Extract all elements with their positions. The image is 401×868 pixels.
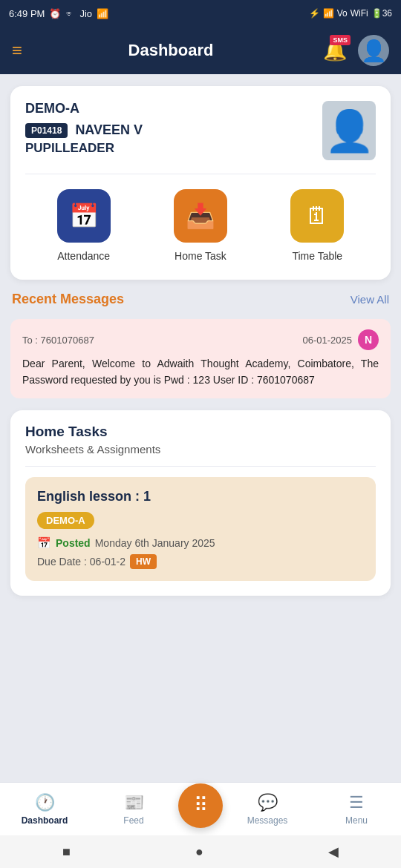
status-time: 6:49 PM (9, 8, 45, 19)
avatar-icon: 👤 (361, 39, 387, 63)
nav-feed[interactable]: 📰 Feed (89, 793, 178, 826)
dashboard-icon: 🕐 (35, 793, 55, 812)
nav-messages[interactable]: 💬 Messages (223, 793, 312, 826)
recent-messages-title: Recent Messages (12, 292, 124, 307)
profile-top: DEMO-A P01418 NAVEEN V PUPILLEADER 👤 (25, 101, 376, 160)
header-title: Dashboard (128, 41, 214, 60)
android-square-button[interactable]: ■ (62, 844, 71, 860)
android-circle-button[interactable]: ● (195, 844, 203, 860)
posted-date: Monday 6th January 2025 (95, 537, 215, 549)
quick-actions: 📅 Attendance 📥 Home Task 🗓 Time Table (25, 189, 376, 262)
message-date-row: 06-01-2025 N (303, 329, 379, 350)
timetable-icon: 🗓 (305, 203, 329, 230)
student-id-badge: P01418 (25, 123, 68, 138)
nav-menu[interactable]: ☰ Menu (312, 793, 401, 826)
student-id-row: P01418 NAVEEN V (25, 122, 322, 138)
messages-icon: 💬 (258, 793, 278, 812)
hometask-label: Home Task (175, 250, 226, 262)
timetable-icon-box: 🗓 (290, 189, 344, 243)
notification-bell-button[interactable]: 🔔 SMS (319, 35, 351, 66)
attendance-action[interactable]: 📅 Attendance (57, 189, 111, 262)
timetable-label: Time Table (292, 250, 342, 262)
user-avatar[interactable]: 👤 (358, 35, 389, 66)
hometasks-title: Home Tasks (25, 424, 376, 440)
alarm-icon: ⏰ (49, 8, 61, 19)
network-icon: 📶 (323, 8, 334, 19)
fab-button[interactable]: ⠿ (178, 783, 223, 828)
due-label: Due Date : 06-01-2 (37, 556, 125, 568)
posted-label: Posted (56, 537, 91, 549)
sim-icon: 📶 (97, 8, 108, 19)
calendar-icon: 📅 (37, 536, 51, 550)
recent-messages-header: Recent Messages View All (10, 292, 391, 307)
profile-divider (25, 174, 376, 174)
homework-title: English lesson : 1 (37, 489, 364, 504)
message-avatar: N (358, 329, 379, 350)
fab-grid-icon: ⠿ (194, 794, 208, 817)
wifi-icon: WiFi (351, 8, 368, 19)
hamburger-button[interactable]: ≡ (12, 40, 22, 61)
message-card-header: To : 7601070687 06-01-2025 N (22, 329, 379, 350)
battery-icon: 🔋36 (371, 8, 392, 19)
view-all-button[interactable]: View All (351, 293, 389, 306)
vowifi-icon: Vo (337, 8, 348, 19)
menu-nav-label: Menu (345, 815, 368, 826)
hometasks-card: Home Tasks Worksheets & Assignments Engl… (10, 410, 391, 596)
header-right: 🔔 SMS 👤 (319, 35, 389, 66)
messages-nav-label: Messages (247, 815, 288, 826)
due-row: Due Date : 06-01-2 HW (37, 554, 364, 569)
homework-item[interactable]: English lesson : 1 DEMO-A 📅 Posted Monda… (25, 477, 376, 581)
student-name: NAVEEN V (75, 122, 143, 138)
message-card: To : 7601070687 06-01-2025 N Dear Parent… (10, 319, 391, 398)
hometask-icon-box: 📥 (174, 189, 227, 243)
bluetooth-icon: ⚡ (309, 8, 320, 19)
message-date: 06-01-2025 (303, 335, 353, 346)
nav-dashboard[interactable]: 🕐 Dashboard (0, 793, 89, 826)
class-name: DEMO-A (25, 101, 322, 116)
profile-card: DEMO-A P01418 NAVEEN V PUPILLEADER 👤 📅 A… (10, 86, 391, 280)
status-left: 6:49 PM ⏰ ᯤ Jio 📶 (9, 8, 108, 19)
hw-badge: HW (130, 554, 157, 569)
message-body: Dear Parent, Welcome to Adwaith Thought … (22, 356, 379, 388)
profile-photo-icon: 👤 (325, 108, 374, 154)
attendance-label: Attendance (57, 250, 110, 262)
timetable-action[interactable]: 🗓 Time Table (290, 189, 344, 262)
profile-info: DEMO-A P01418 NAVEEN V PUPILLEADER (25, 101, 322, 156)
hometask-action[interactable]: 📥 Home Task (174, 189, 227, 262)
homework-class-badge: DEMO-A (37, 512, 94, 529)
bottom-nav: 🕐 Dashboard 📰 Feed ⠿ 💬 Messages ☰ Menu (0, 782, 401, 835)
attendance-icon: 📅 (69, 202, 99, 230)
sms-badge: SMS (330, 35, 351, 45)
header: ≡ Dashboard 🔔 SMS 👤 (0, 27, 401, 74)
feed-nav-label: Feed (123, 815, 143, 826)
android-nav-bar: ■ ● ◀ (0, 835, 401, 868)
profile-photo: 👤 (322, 101, 376, 160)
message-to: To : 7601070687 (22, 335, 94, 346)
student-role: PUPILLEADER (25, 141, 322, 156)
hometask-divider (25, 466, 376, 467)
hometasks-subtitle: Worksheets & Assignments (25, 443, 376, 456)
signal-icon: ᯤ (65, 8, 75, 19)
dashboard-nav-label: Dashboard (22, 815, 68, 826)
posted-row: 📅 Posted Monday 6th January 2025 (37, 536, 364, 550)
hometask-icon: 📥 (186, 202, 215, 230)
menu-icon: ☰ (349, 793, 364, 812)
status-bar: 6:49 PM ⏰ ᯤ Jio 📶 ⚡ 📶 Vo WiFi 🔋36 (0, 0, 401, 27)
android-back-button[interactable]: ◀ (328, 844, 339, 860)
status-right: ⚡ 📶 Vo WiFi 🔋36 (309, 8, 392, 19)
attendance-icon-box: 📅 (57, 189, 111, 243)
feed-icon: 📰 (124, 793, 144, 812)
main-content: DEMO-A P01418 NAVEEN V PUPILLEADER 👤 📅 A… (0, 74, 401, 692)
jio-icon: Jio (79, 8, 92, 19)
